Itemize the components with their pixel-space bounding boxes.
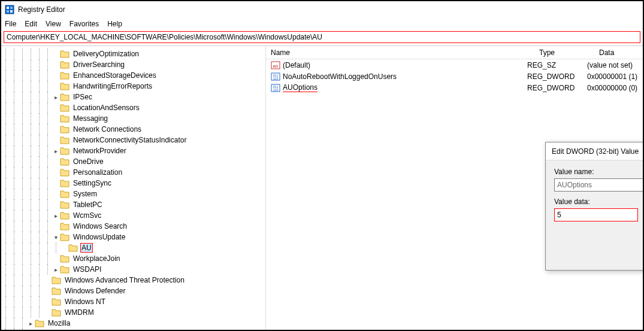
tree-item[interactable]: Windows NT [1, 296, 265, 307]
menu-bar: File Edit View Favorites Help [1, 18, 643, 30]
list-row[interactable]: ab(Default)REG_SZ(value not set) [266, 59, 643, 71]
folder-icon [60, 104, 69, 112]
svg-text:110: 110 [273, 88, 279, 92]
folder-icon [52, 297, 61, 306]
tree-item[interactable]: ▸IPSec [1, 92, 265, 102]
menu-edit[interactable]: Edit [25, 20, 37, 28]
window-title: Registry Editor [18, 5, 65, 14]
list-row[interactable]: 011110AUOptionsREG_DWORD0x00000000 (0) [266, 82, 643, 93]
tree-label: Windows Defender [64, 287, 126, 295]
tree-item[interactable]: Network Connections [1, 124, 265, 135]
tree-label: Windows Advanced Threat Protection [64, 276, 186, 284]
menu-favorites[interactable]: Favorites [69, 20, 99, 28]
value-data-input[interactable] [554, 208, 638, 221]
tree-label: LocationAndSensors [72, 104, 141, 112]
tree-item[interactable]: Windows Search [1, 221, 265, 232]
folder-icon [52, 276, 61, 284]
value-data: (value not set) [587, 61, 643, 69]
folder-icon [60, 254, 69, 263]
tree-item[interactable]: ▸WSDAPI [1, 264, 265, 275]
tree-item[interactable]: Realtek [1, 329, 265, 330]
col-header-type[interactable]: Type [539, 48, 599, 57]
value-type: REG_DWORD [527, 72, 587, 81]
folder-icon [60, 50, 69, 58]
tree-label: WSDAPI [72, 265, 102, 274]
folder-icon [52, 287, 61, 295]
tree-item[interactable]: Messaging [1, 113, 265, 124]
tree-item[interactable]: ▾WindowsUpdate [1, 232, 265, 242]
tree-item[interactable]: DeliveryOptimization [1, 48, 265, 59]
folder-icon [60, 125, 69, 133]
tree-label: System [72, 190, 98, 198]
tree-label: Realtek [47, 330, 74, 330]
folder-icon [60, 201, 69, 209]
tree-label: IPSec [72, 93, 93, 101]
folder-icon [68, 244, 78, 252]
tree-label: TabletPC [72, 201, 104, 209]
tree-item[interactable]: Windows Defender [1, 286, 265, 296]
value-name: NoAutoRebootWithLoggedOnUsers [283, 72, 397, 81]
expander-icon[interactable]: ▸ [52, 266, 60, 273]
tree-item[interactable]: ▸NetworkProvider [1, 145, 265, 156]
folder-icon [60, 233, 69, 241]
folder-icon [60, 190, 69, 198]
tree-item[interactable]: TabletPC [1, 199, 265, 210]
tree-label: WcmSvc [72, 211, 102, 220]
value-name: (Default) [283, 61, 310, 69]
tree-label: HandwritingErrorReports [72, 82, 153, 90]
menu-file[interactable]: File [5, 20, 16, 28]
folder-icon [60, 93, 69, 101]
tree-item[interactable]: Windows Advanced Threat Protection [1, 275, 265, 286]
expander-icon[interactable]: ▸ [26, 320, 35, 327]
tree-label: Personalization [72, 168, 123, 177]
tree-label: Messaging [72, 114, 109, 123]
tree-item[interactable]: SettingSync [1, 178, 265, 189]
address-bar[interactable]: Computer\HKEY_LOCAL_MACHINE\SOFTWARE\Pol… [4, 31, 640, 43]
expander-icon[interactable]: ▸ [52, 212, 60, 219]
tree-item[interactable]: DriverSearching [1, 59, 265, 70]
tree-label: WindowsUpdate [72, 233, 126, 241]
value-name-input[interactable] [554, 178, 644, 192]
tree-item[interactable]: AU [1, 242, 265, 253]
tree-item[interactable]: OneDrive [1, 156, 265, 167]
tree-item[interactable]: EnhancedStorageDevices [1, 70, 265, 81]
value-data: 0x00000001 (1) [587, 72, 643, 81]
tree-item[interactable]: HandwritingErrorReports [1, 81, 265, 92]
folder-icon [60, 211, 69, 220]
tree-item[interactable]: NetworkConnectivityStatusIndicator [1, 135, 265, 145]
tree-item[interactable]: WMDRM [1, 307, 265, 318]
edit-dword-dialog: Edit DWORD (32-bit) Value ✕ Value name: … [545, 142, 644, 271]
svg-text:110: 110 [273, 77, 279, 80]
dialog-title-bar: Edit DWORD (32-bit) Value ✕ [546, 142, 644, 160]
expander-icon[interactable]: ▸ [52, 148, 60, 154]
folder-icon [60, 71, 69, 80]
reg-string-icon: ab [271, 60, 280, 70]
reg-dword-icon: 011110 [271, 72, 280, 81]
col-header-name[interactable]: Name [271, 48, 539, 57]
tree-label: NetworkConnectivityStatusIndicator [72, 136, 188, 144]
tree-item[interactable]: WorkplaceJoin [1, 253, 265, 264]
folder-icon [60, 60, 69, 69]
list-row[interactable]: 011110NoAutoRebootWithLoggedOnUsersREG_D… [266, 71, 643, 82]
folder-icon [60, 168, 69, 177]
tree-label: DriverSearching [72, 60, 126, 69]
tree-item[interactable]: Personalization [1, 167, 265, 178]
main-split: DeliveryOptimizationDriverSearchingEnhan… [1, 45, 643, 330]
tree-label: DeliveryOptimization [72, 50, 140, 58]
folder-icon [60, 136, 69, 144]
tree-label: SettingSync [72, 179, 113, 187]
folder-icon [60, 114, 69, 123]
menu-view[interactable]: View [46, 20, 61, 28]
folder-icon [60, 265, 69, 274]
svg-rect-1 [7, 7, 9, 9]
tree-item[interactable]: System [1, 189, 265, 199]
tree-label: EnhancedStorageDevices [72, 71, 158, 80]
expander-icon[interactable]: ▸ [52, 94, 60, 101]
tree-item[interactable]: ▸WcmSvc [1, 210, 265, 221]
tree-item[interactable]: ▸Mozilla [1, 318, 265, 329]
expander-icon[interactable]: ▾ [52, 234, 60, 241]
menu-help[interactable]: Help [107, 20, 122, 28]
tree-item[interactable]: LocationAndSensors [1, 102, 265, 113]
tree-label: WorkplaceJoin [72, 254, 121, 263]
col-header-data[interactable]: Data [599, 48, 643, 57]
